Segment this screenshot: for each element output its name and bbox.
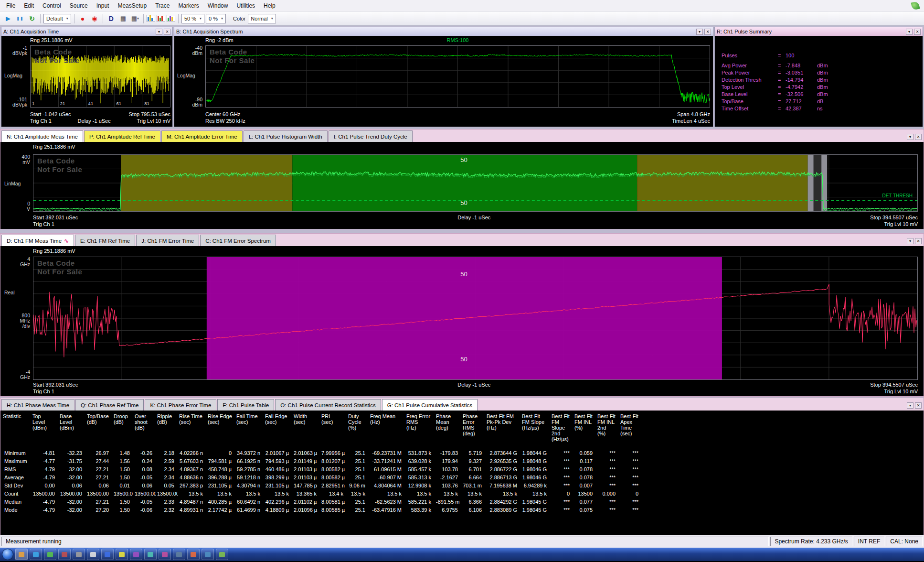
chevron-down-icon[interactable]: ▾: [907, 134, 913, 140]
chevron-down-icon[interactable]: ▾: [696, 29, 703, 35]
play-button[interactable]: ▶: [3, 13, 13, 24]
fm-meas-time-plot[interactable]: Beta CodeNot For Sale 50 50: [33, 257, 918, 380]
fm-tab-3[interactable]: J: Ch1 FM Error Time: [136, 235, 199, 246]
statistics-tab-6[interactable]: G: Ch1 Pulse Cumulative Statistics: [382, 399, 478, 411]
acquisition-spectrum-plot[interactable]: Beta CodeNot For Sale: [205, 45, 710, 108]
stat-value-cell: 2.18: [156, 449, 178, 457]
taskbar-icon[interactable]: [216, 549, 228, 560]
panel-title: B: Ch1 Acquisition Spectrum: [176, 29, 243, 34]
panel-title-bar[interactable]: B: Ch1 Acquisition Spectrum ▾✕: [174, 27, 713, 36]
scale-value: 50 %: [184, 16, 196, 22]
taskbar-icon[interactable]: [116, 549, 128, 560]
trace-display-button-3[interactable]: [167, 15, 175, 22]
panel-title-bar[interactable]: A: Ch1 Acquisition Time ▾✕: [1, 27, 172, 36]
record-button[interactable]: ●: [77, 13, 88, 24]
menu-item-meassetup[interactable]: MeasSetup: [113, 0, 151, 11]
statistics-tab-1[interactable]: H: Ch1 Phase Meas Time: [1, 399, 74, 411]
statistics-tab-5[interactable]: O: Ch1 Pulse Current Record Statistics: [275, 399, 381, 411]
chevron-down-icon[interactable]: ▾: [906, 29, 913, 35]
taskbar-icon[interactable]: [87, 549, 99, 560]
menu-item-window[interactable]: Window: [203, 0, 233, 11]
menu-item-input[interactable]: Input: [92, 0, 114, 11]
close-icon[interactable]: ✕: [704, 29, 711, 35]
stat-value-cell: 4.02266 n: [178, 449, 206, 457]
stat-value-cell: -31.75: [58, 457, 85, 465]
table-row: RMS4.7932.0027.211.500.082.344.89367 n45…: [1, 465, 642, 473]
stat-value-cell: 13.5 k: [264, 489, 292, 497]
stat-value-cell: -32.00: [58, 473, 85, 481]
color-scheme-select[interactable]: Normal▾: [248, 14, 276, 23]
amplitude-tab-5[interactable]: I: Ch1 Pulse Trend Duty Cycle: [329, 130, 413, 142]
menu-item-source[interactable]: Source: [65, 0, 92, 11]
amplitude-tab-3[interactable]: M: Ch1 Amplitude Error Time: [161, 130, 243, 142]
digital-demod-button[interactable]: D: [106, 13, 117, 24]
panel-title-bar[interactable]: R: Ch1 Pulse Summary ▾✕: [715, 27, 923, 36]
stats-column-header: Statistic: [1, 411, 31, 449]
menu-item-file[interactable]: File: [2, 0, 20, 11]
close-icon[interactable]: ✕: [915, 402, 922, 409]
statistics-tab-3[interactable]: K: Ch1 Phase Error Time: [145, 399, 216, 411]
panel-body: Rng 251.1886 mV -1dBVpk LogMag -101dBVpk…: [1, 36, 172, 127]
preset-select[interactable]: Default▾: [43, 14, 71, 23]
start-button[interactable]: [2, 549, 13, 560]
trace-display-button-1[interactable]: [147, 15, 155, 22]
stat-value-cell: ***: [550, 449, 573, 457]
panel-title: A: Ch1 Acquisition Time: [3, 29, 59, 34]
pause-button[interactable]: ❚❚: [15, 13, 25, 24]
fm-tab-1[interactable]: D: Ch1 FM Meas Time∿: [1, 235, 74, 246]
chevron-down-icon[interactable]: ▾: [907, 402, 913, 409]
statistics-tab-4[interactable]: F: Ch1 Pulse Table: [217, 399, 274, 411]
stat-value-cell: ***: [619, 481, 642, 489]
stat-value-cell: 0.06: [85, 481, 112, 489]
trigger-labels: Trig Ch 1 Delay -1 uSec Trig Lvl 10 mV: [30, 118, 170, 124]
menu-item-trace[interactable]: Trace: [151, 0, 174, 11]
layout-grid-button[interactable]: ▦: [118, 13, 128, 24]
fm-tab-2[interactable]: E: Ch1 FM Ref Time: [75, 235, 135, 246]
stat-value-cell: 8.00582 µ: [320, 473, 347, 481]
taskbar-icon[interactable]: [130, 549, 142, 560]
stat-value-cell: 4.89367 n: [178, 465, 206, 473]
taskbar-icon-glyph: [105, 552, 110, 557]
record-playback-button[interactable]: ◉: [89, 13, 100, 24]
taskbar-icon[interactable]: [15, 549, 28, 560]
scale-select[interactable]: 50 %▾: [181, 14, 204, 23]
toolbar-separator: [143, 14, 144, 23]
chevron-down-icon[interactable]: ▾: [907, 238, 913, 244]
taskbar-icon[interactable]: [144, 549, 157, 560]
amplitude-meas-time-plot[interactable]: Beta CodeNot For Sale 50 50 DET THRESH: [33, 154, 918, 212]
acquisition-time-plot[interactable]: Beta CodeNot For Sale 121416181: [30, 45, 170, 108]
taskbar-icon[interactable]: [73, 549, 85, 560]
stat-value-cell: ***: [619, 473, 642, 481]
amplitude-tab-1[interactable]: N: Ch1 Amplitude Meas Time: [1, 130, 83, 142]
taskbar-icon[interactable]: [173, 549, 185, 560]
menu-item-help[interactable]: Help: [259, 0, 280, 11]
chevron-down-icon[interactable]: ▾: [156, 29, 162, 35]
layout-grid-menu-button[interactable]: ▦▾: [130, 13, 140, 24]
menu-item-utilities[interactable]: Utilities: [232, 0, 259, 11]
menu-item-control[interactable]: Control: [38, 0, 65, 11]
taskbar-icon[interactable]: [101, 549, 114, 560]
summary-equals: =: [778, 105, 786, 112]
taskbar-icon[interactable]: [58, 549, 71, 560]
fm-tab-4[interactable]: C: Ch1 FM Error Spectrum: [200, 235, 276, 246]
pause-icon: ❚❚: [16, 16, 23, 21]
restart-button[interactable]: ↻: [27, 13, 37, 24]
close-icon[interactable]: ✕: [915, 238, 922, 244]
menu-item-markers[interactable]: Markers: [174, 0, 203, 11]
taskbar-icon[interactable]: [159, 549, 171, 560]
amplitude-tab-4[interactable]: L: Ch1 Pulse Histogram Width: [244, 130, 328, 142]
taskbar-icon[interactable]: [187, 549, 200, 560]
close-icon[interactable]: ✕: [164, 29, 170, 35]
range-readout: Rng 251.1886 mV: [33, 248, 75, 254]
offset-select[interactable]: 0 %▾: [206, 14, 226, 23]
trace-display-button-2[interactable]: [157, 15, 165, 22]
close-icon[interactable]: ✕: [914, 29, 921, 35]
taskbar-icon[interactable]: [202, 549, 214, 560]
amplitude-tab-2[interactable]: P: Ch1 Amplitude Ref Time: [84, 130, 160, 142]
menu-item-edit[interactable]: Edit: [20, 0, 38, 11]
close-icon[interactable]: ✕: [915, 134, 922, 140]
stat-name-cell: RMS: [1, 465, 31, 473]
taskbar-icon[interactable]: [44, 549, 56, 560]
taskbar-icon[interactable]: [30, 549, 42, 560]
statistics-tab-2[interactable]: Q: Ch1 Phase Ref Time: [75, 399, 144, 411]
